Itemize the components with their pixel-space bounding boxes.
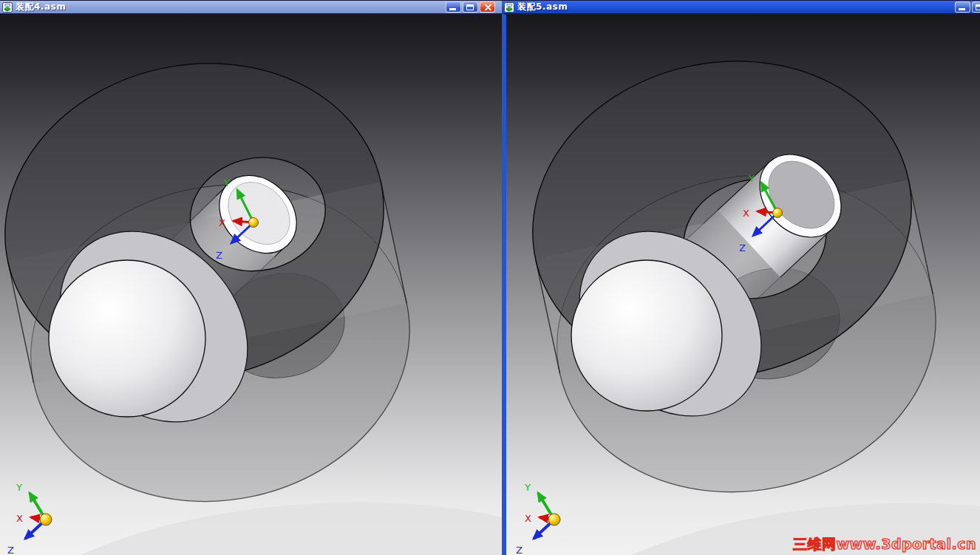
maximize-button[interactable] [463, 1, 478, 13]
axis-label-z: Z [516, 545, 523, 555]
maximize-icon [466, 4, 474, 10]
axis-label-y: Y [223, 177, 230, 188]
axis-label-x: X [525, 513, 531, 524]
close-button[interactable] [480, 1, 495, 13]
maximize-icon [976, 4, 980, 10]
axis-label-z: Z [216, 250, 222, 261]
viewport-3d-asm4[interactable]: Y X Z Y X Z [0, 15, 502, 555]
titlebar-asm5[interactable]: 装配5.asm [502, 0, 980, 13]
window-title: 装配5.asm [517, 1, 568, 13]
axis-label-x: X [743, 208, 749, 219]
assembly-document-icon [504, 2, 514, 13]
window-title: 装配4.asm [16, 1, 66, 13]
minimize-button[interactable] [955, 1, 970, 13]
viewport-wrap-asm5: Y X Z Y X Z 三维网www.3dportal.cn [502, 13, 980, 555]
axis-label-x: X [16, 513, 23, 524]
watermark-3dportal: 三维网www.3dportal.cn [793, 535, 976, 554]
viewport-3d-asm5[interactable]: Y X Z Y X Z [506, 15, 980, 555]
axis-label-x: X [219, 217, 225, 228]
sphere-part[interactable] [49, 260, 205, 417]
minimize-icon [959, 8, 965, 10]
cad-mdi-workspace: 装配4.asm [0, 0, 980, 555]
maximize-button[interactable] [972, 1, 980, 13]
minimize-button[interactable] [446, 1, 461, 13]
axis-label-z: Z [7, 545, 14, 555]
close-icon [483, 3, 491, 11]
window-asm5: 装配5.asm [502, 0, 980, 555]
axis-label-y: Y [524, 482, 531, 493]
axis-label-z: Z [739, 242, 746, 253]
axis-label-y: Y [748, 173, 755, 184]
window-asm4: 装配4.asm [0, 0, 502, 555]
sphere-part[interactable] [571, 260, 722, 411]
axis-label-y: Y [16, 482, 22, 493]
titlebar-asm4[interactable]: 装配4.asm [0, 0, 502, 13]
assembly-document-icon [2, 2, 13, 13]
minimize-icon [449, 8, 456, 10]
viewport-wrap-asm4: Y X Z Y X Z [0, 13, 502, 555]
